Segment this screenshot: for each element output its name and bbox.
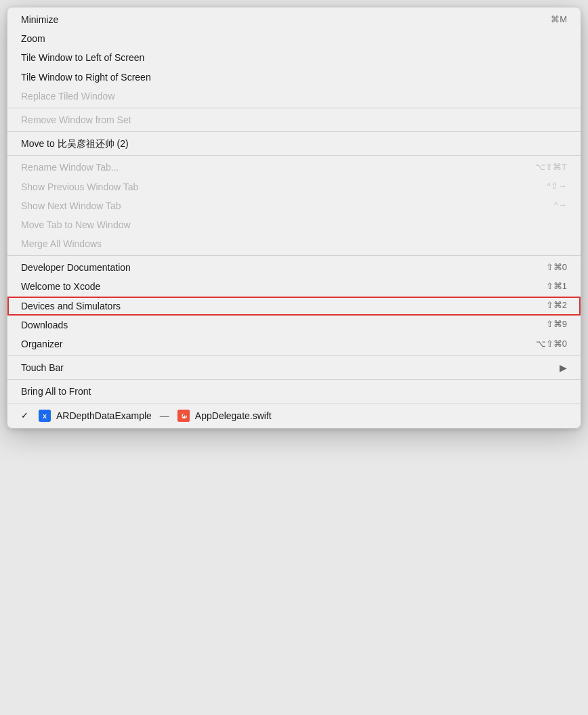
remove-window-label: Remove Window from Set	[21, 114, 131, 126]
checkmark-icon: ✓	[21, 410, 30, 420]
svg-rect-2	[177, 410, 190, 422]
zoom-label: Zoom	[21, 32, 45, 45]
divider-2	[7, 131, 581, 132]
tile-left-label: Tile Window to Left of Screen	[21, 51, 144, 64]
menu-item-devices[interactable]: Devices and Simulators ⇧⌘2	[7, 297, 581, 316]
svg-text:X: X	[43, 413, 47, 420]
welcome-shortcut: ⇧⌘1	[546, 281, 567, 292]
tile-right-label: Tile Window to Right of Screen	[21, 71, 151, 83]
minimize-shortcut: ⌘M	[551, 14, 567, 26]
bring-all-label: Bring All to Front	[21, 385, 91, 397]
menu-item-show-prev-tab: Show Previous Window Tab ^⇧→	[7, 177, 581, 196]
organizer-shortcut: ⌥⇧⌘0	[536, 339, 567, 350]
menu-item-replace-tiled: Replace Tiled Window	[7, 87, 581, 106]
menu-item-welcome[interactable]: Welcome to Xcode ⇧⌘1	[7, 277, 581, 296]
menu-item-zoom[interactable]: Zoom	[7, 29, 581, 48]
rename-tab-label: Rename Window Tab...	[21, 161, 119, 173]
menu-item-show-next-tab: Show Next Window Tab ^→	[7, 196, 581, 215]
menu-item-developer-docs[interactable]: Developer Documentation ⇧⌘0	[7, 258, 581, 277]
show-next-tab-label: Show Next Window Tab	[21, 200, 121, 212]
move-tab-label: Move Tab to New Window	[21, 219, 131, 231]
developer-docs-label: Developer Documentation	[21, 261, 131, 274]
welcome-label: Welcome to Xcode	[21, 280, 100, 292]
menu-item-tile-right[interactable]: Tile Window to Right of Screen	[7, 68, 581, 87]
separator-label: —	[160, 410, 169, 421]
organizer-label: Organizer	[21, 338, 62, 350]
menu-item-bring-all[interactable]: Bring All to Front	[7, 382, 581, 401]
appdelegate-label: AppDelegate.swift	[195, 410, 272, 421]
menu-item-touch-bar[interactable]: Touch Bar ▶	[7, 358, 581, 377]
menu-item-remove-window: Remove Window from Set	[7, 110, 581, 129]
xcode-icon: X	[39, 410, 51, 422]
touch-bar-label: Touch Bar	[21, 362, 64, 374]
menu-item-ardepth[interactable]: ✓ X ARDepthDataExample — AppDelegate.swi…	[7, 406, 581, 425]
divider-6	[7, 379, 581, 380]
window-menu: Minimize ⌘M Zoom Tile Window to Left of …	[7, 7, 581, 429]
replace-tiled-label: Replace Tiled Window	[21, 90, 115, 102]
menu-item-downloads[interactable]: Downloads ⇧⌘9	[7, 316, 581, 334]
minimize-label: Minimize	[21, 14, 58, 26]
swift-icon	[177, 410, 190, 422]
move-to-label: Move to 比吴彦祖还帅 (2)	[21, 137, 129, 150]
menu-item-merge-all: Merge All Windows	[7, 234, 581, 253]
touch-bar-arrow: ▶	[560, 362, 567, 374]
devices-shortcut: ⇧⌘2	[546, 300, 567, 311]
menu-item-move-to[interactable]: Move to 比吴彦祖还帅 (2)	[7, 134, 581, 153]
divider-3	[7, 155, 581, 156]
divider-1	[7, 108, 581, 108]
merge-all-label: Merge All Windows	[21, 238, 102, 250]
show-prev-tab-shortcut: ^⇧→	[547, 181, 567, 192]
rename-tab-shortcut: ⌥⇧⌘T	[535, 162, 567, 173]
menu-item-tile-left[interactable]: Tile Window to Left of Screen	[7, 48, 581, 67]
downloads-label: Downloads	[21, 319, 68, 331]
developer-docs-shortcut: ⇧⌘0	[546, 262, 567, 274]
show-next-tab-shortcut: ^→	[554, 200, 567, 211]
menu-item-organizer[interactable]: Organizer ⌥⇧⌘0	[7, 334, 581, 353]
divider-4	[7, 255, 581, 256]
menu-item-minimize[interactable]: Minimize ⌘M	[7, 10, 581, 29]
divider-7	[7, 404, 581, 404]
show-prev-tab-label: Show Previous Window Tab	[21, 181, 138, 193]
menu-item-move-tab: Move Tab to New Window	[7, 215, 581, 234]
devices-label: Devices and Simulators	[21, 300, 121, 312]
downloads-shortcut: ⇧⌘9	[546, 319, 567, 330]
ardepth-label: ARDepthDataExample	[56, 410, 152, 421]
divider-5	[7, 355, 581, 356]
menu-item-rename-tab: Rename Window Tab... ⌥⇧⌘T	[7, 158, 581, 177]
